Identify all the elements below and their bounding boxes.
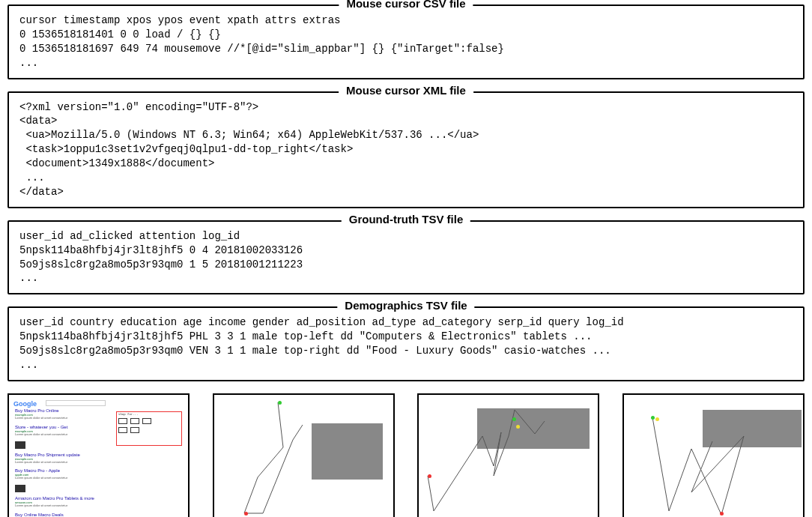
xml-file-content: <?xml version="1.0" encoding="UTF-8"?> <… — [19, 100, 793, 199]
search-bar-mock — [46, 400, 106, 406]
serp-result: Store - whatever you - Getexample.comLor… — [15, 425, 105, 437]
ad-icon — [118, 418, 127, 424]
groundtruth-file-content: user_id ad_clicked attention log_id 5nps… — [19, 229, 793, 286]
csv-file-box: Mouse cursor CSV file cursor timestamp x… — [7, 4, 805, 79]
serp-result: Buy Macro Pro Shipment updateexample.com… — [15, 441, 105, 465]
ad-box: Shop for... — [116, 411, 182, 446]
serp-result: Amazon.com Macro Pro Tablets & moreamazo… — [15, 485, 105, 508]
ad-icon — [130, 418, 139, 424]
trajectory-path — [214, 395, 395, 517]
trajectory-marker — [720, 512, 724, 516]
csv-file-title: Mouse cursor CSV file — [339, 0, 473, 10]
google-logo: Google — [13, 400, 37, 408]
groundtruth-file-title: Ground-truth TSV file — [342, 213, 470, 226]
trajectory-marker — [244, 512, 248, 516]
serp-thumbnail: Google Buy Macro Pro Onlineexample.comLo… — [7, 393, 190, 517]
trajectory-path — [419, 395, 599, 517]
serp-result: Buy Online Macro Dealsexample.comLorem i… — [15, 513, 105, 517]
groundtruth-file-box: Ground-truth TSV file user_id ad_clicked… — [7, 220, 805, 295]
csv-file-content: cursor timestamp xpos ypos event xpath a… — [19, 13, 793, 70]
demographics-file-title: Demographics TSV file — [337, 299, 474, 312]
thumbnail-row: Google Buy Macro Pro Onlineexample.comLo… — [7, 393, 805, 517]
xml-file-box: Mouse cursor XML file <?xml version="1.0… — [7, 91, 805, 208]
serp-result: Buy Macro Pro Onlineexample.comLorem ips… — [15, 408, 105, 420]
serp-result: Buy Macro Pro - Appleapple.comLorem ipsu… — [15, 468, 105, 480]
ad-icon — [118, 427, 127, 433]
trajectory-thumbnail-2 — [417, 393, 599, 517]
trajectory-marker — [651, 416, 655, 420]
trajectory-thumbnail-3 — [622, 393, 805, 517]
trajectory-thumbnail-1 — [213, 393, 395, 517]
trajectory-marker — [278, 401, 282, 405]
ad-icon — [130, 427, 139, 433]
demographics-file-box: Demographics TSV file user_id country ed… — [7, 306, 805, 381]
xml-file-title: Mouse cursor XML file — [339, 84, 473, 97]
ad-icon — [142, 418, 151, 424]
serp-results-column: Buy Macro Pro Onlineexample.comLorem ips… — [15, 408, 105, 517]
trajectory-marker — [655, 417, 659, 421]
trajectory-path — [624, 395, 805, 517]
demographics-file-content: user_id country education age income gen… — [19, 315, 793, 372]
